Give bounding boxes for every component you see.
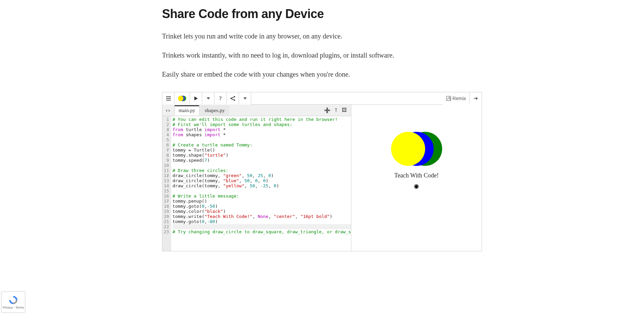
image-library-button[interactable]: 🖼 (342, 107, 347, 113)
tab-next-button[interactable]: › (168, 107, 170, 113)
tab-main[interactable]: main.py (174, 105, 200, 115)
run-dropdown[interactable] (202, 92, 214, 105)
caret-down-icon (243, 97, 247, 99)
trinket-embed: ? Remix ➜ ‹ (162, 92, 482, 251)
caret-down-icon (207, 97, 210, 99)
code-editor[interactable]: 1 2 ▾3 4 5 6 ▾7 8 9 10 11 ▾12 13 14 15 1… (162, 116, 351, 251)
login-icon: ➜ (473, 95, 478, 101)
tab-prev-button[interactable]: ‹ (166, 107, 167, 113)
share-button[interactable] (227, 92, 239, 105)
intro-line-3: Easily share or embed the code with your… (162, 69, 482, 80)
share-icon (230, 96, 235, 101)
upload-button[interactable]: ⤒ (334, 107, 338, 113)
recaptcha-badge[interactable]: Privacy - Terms (1, 292, 25, 313)
recaptcha-icon (8, 295, 18, 305)
hamburger-icon (166, 96, 171, 100)
output-message: Teach With Code! (394, 172, 439, 179)
output-graphic (389, 132, 444, 169)
login-button[interactable]: ➜ (469, 92, 482, 105)
line-gutter: 1 2 ▾3 4 5 6 ▾7 8 9 10 11 ▾12 13 14 15 1… (162, 116, 171, 251)
help-button[interactable]: ? (214, 92, 227, 105)
remix-button[interactable]: Remix (443, 92, 469, 105)
output-pane: Teach With Code! ✺ (351, 105, 482, 251)
editor-pane: ‹ › main.py shapes.py ➕ ⤒ 🖼 1 2 ▾3 4 5 6 (162, 105, 351, 251)
turtle-cursor-icon: ✺ (414, 183, 419, 191)
menu-button[interactable] (162, 92, 175, 105)
trinket-logo-icon (178, 95, 186, 101)
share-dropdown[interactable] (239, 92, 251, 105)
intro-line-1: Trinket lets you run and write code in a… (162, 31, 482, 42)
code-content[interactable]: # You can edit this code and run it righ… (171, 116, 351, 251)
add-file-button[interactable]: ➕ (324, 107, 331, 113)
intro-line-2: Trinkets work instantly, with no need to… (162, 50, 482, 61)
toolbar: ? Remix ➜ (162, 92, 482, 105)
tab-bar: ‹ › main.py shapes.py ➕ ⤒ 🖼 (162, 105, 351, 116)
circle-yellow (391, 132, 425, 166)
save-icon (446, 96, 451, 101)
play-icon (194, 96, 198, 100)
remix-label: Remix (452, 96, 466, 101)
recaptcha-footer: Privacy - Terms (3, 306, 24, 309)
page-title: Share Code from any Device (162, 7, 482, 21)
run-button[interactable] (190, 92, 202, 105)
trinket-logo[interactable] (175, 92, 190, 105)
tab-shapes[interactable]: shapes.py (200, 105, 229, 115)
